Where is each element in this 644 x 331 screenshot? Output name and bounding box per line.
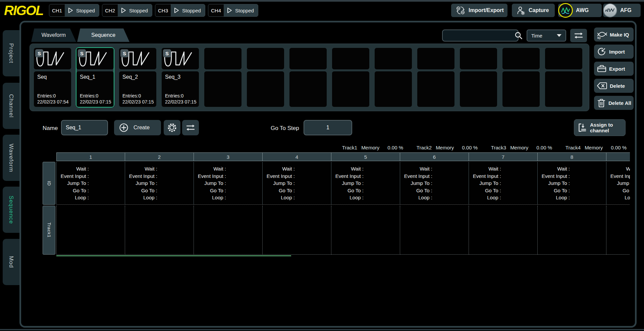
step-column-header — [606, 152, 630, 161]
sequence-settings-button[interactable] — [164, 120, 180, 135]
sequence-card[interactable]: S Seq Entries:0 22/02/23 07:54 — [33, 47, 72, 108]
awg-mode-button[interactable]: AWG — [558, 4, 602, 17]
step-column-header: 6 — [400, 152, 469, 161]
step-id-cell[interactable]: Wait :Event Input :Jump To :Go To :Loop … — [606, 162, 630, 205]
afg-mode-button[interactable]: AFG — [603, 4, 641, 17]
step-id-cell[interactable]: Wait :Event Input :Jump To :Go To :Loop … — [469, 162, 538, 205]
track-cell[interactable] — [56, 206, 125, 255]
track-cell[interactable] — [331, 206, 400, 255]
sequence-entries: Entries:0 — [122, 93, 153, 98]
tab-waveform[interactable]: Waveform — [31, 28, 76, 42]
tab-sequence[interactable]: Sequence — [77, 28, 129, 42]
channel-status: Stopped — [76, 8, 95, 13]
search-icon[interactable] — [514, 31, 523, 40]
library-actions: IQ Make IQ Import — [594, 27, 634, 110]
swap-arrows-icon — [574, 32, 583, 39]
track-memory-value: 0.00 % — [611, 145, 627, 150]
sidebar-item-sequence[interactable]: Sequence — [3, 187, 19, 233]
empty-slot — [374, 47, 413, 108]
sidebar-item-label: Channel — [8, 94, 14, 118]
track-cell[interactable] — [400, 206, 469, 255]
sequence-thumbnail: S — [34, 48, 71, 69]
afg-label: AFG — [620, 7, 632, 13]
channel-button-ch1[interactable]: CH1 Stopped — [49, 4, 99, 17]
goto-step-label: Go To Step — [271, 125, 299, 132]
capture-button[interactable]: Capture — [512, 4, 555, 17]
step-column-header: 3 — [194, 152, 263, 161]
track-memory-readout: Track4 Memory 0.00 % — [563, 144, 627, 151]
export-button[interactable]: Export — [594, 62, 634, 76]
import-export-button[interactable]: Import/Export — [451, 4, 507, 17]
channel-label: CH3 — [155, 4, 171, 16]
sequence-card[interactable]: S Seq_2 Entries:0 22/02/23 07:15 — [118, 47, 157, 108]
create-button[interactable]: Create — [114, 120, 161, 135]
goto-step-input[interactable] — [304, 120, 352, 135]
swap-arrows-icon — [186, 124, 195, 131]
import-icon — [597, 47, 607, 57]
capture-icon — [517, 6, 525, 15]
track-cell[interactable] — [538, 206, 606, 255]
track-memory-label: Memory — [436, 145, 454, 150]
sidebar-item-label: Mod — [8, 256, 14, 268]
track-cell[interactable] — [125, 206, 194, 255]
import-button[interactable]: Import — [594, 45, 634, 59]
step-id-cell[interactable]: Wait :Event Input :Jump To :Go To :Loop … — [194, 162, 263, 205]
step-id-cell[interactable]: Wait :Event Input :Jump To :Go To :Loop … — [538, 162, 606, 205]
reorder-button[interactable] — [182, 120, 199, 135]
name-label: Name — [43, 125, 58, 132]
sequence-name-input[interactable] — [61, 120, 108, 135]
step-id-cell[interactable]: Wait :Event Input :Jump To :Go To :Loop … — [56, 162, 125, 205]
delete-button[interactable]: Delete — [594, 79, 634, 93]
sequence-gallery: S Seq Entries:0 22/02/23 07:54 S Seq_1 E… — [30, 44, 589, 111]
channel-button-ch2[interactable]: CH2 Stopped — [102, 4, 152, 17]
channel-button-ch3[interactable]: CH3 Stopped — [155, 4, 205, 17]
track-cell[interactable] — [606, 206, 630, 255]
track-cell[interactable] — [263, 206, 331, 255]
sidebar-item-project[interactable]: Project — [3, 30, 19, 76]
sequence-name: Seq_1 — [80, 74, 110, 80]
track1-row-label: Track1 — [43, 206, 55, 255]
sidebar-item-label: Project — [8, 43, 14, 63]
empty-slot — [246, 47, 285, 108]
delete-all-label: Delete All — [608, 100, 631, 106]
top-bar: RIGOL CH1 Stopped CH2 Stopped CH3 Stoppe… — [0, 0, 644, 19]
delete-all-button[interactable]: Delete All — [594, 96, 634, 110]
step-id-cell[interactable]: Wait :Event Input :Jump To :Go To :Loop … — [400, 162, 469, 205]
step-id-cell[interactable]: Wait :Event Input :Jump To :Go To :Loop … — [125, 162, 194, 205]
sequence-card[interactable]: S Seq_1 Entries:0 22/02/23 07:15 — [76, 47, 114, 108]
step-id-cell[interactable]: Wait :Event Input :Jump To :Go To :Loop … — [263, 162, 331, 205]
sequence-table: Track1 Memory 0.00 % Track2 Memory 0.00 … — [43, 144, 630, 259]
sequence-date: 22/02/23 07:54 — [37, 99, 68, 105]
import-export-label: Import/Export — [469, 7, 504, 13]
chevron-down-icon — [557, 34, 561, 37]
sort-order-button[interactable] — [570, 29, 587, 42]
rigol-logo: RIGOL — [0, 4, 49, 17]
sidebar-item-channel[interactable]: Channel — [3, 83, 19, 129]
import-export-icon — [456, 6, 465, 15]
make-iq-button[interactable]: IQ Make IQ — [594, 27, 634, 42]
sequence-name: Seq_3 — [165, 74, 196, 80]
assign-icon — [578, 123, 587, 132]
step-id-cell[interactable]: Wait :Event Input :Jump To :Go To :Loop … — [331, 162, 400, 205]
sort-by-dropdown[interactable]: Time — [527, 29, 566, 42]
track-memory-value: 0.00 % — [387, 145, 403, 150]
track-memory-readout: Track1 Memory 0.00 % — [339, 144, 403, 151]
step-column-header: 2 — [125, 152, 194, 161]
sequence-card-info: Seq_3 Entries:0 22/02/23 07:15 — [162, 71, 199, 107]
play-icon — [68, 7, 73, 13]
svg-text:IQ: IQ — [597, 36, 601, 39]
sidebar-item-mod[interactable]: Mod — [3, 239, 19, 285]
track-memory-track: Track1 — [342, 145, 357, 150]
sidebar-item-waveform[interactable]: Waveform — [3, 135, 19, 181]
bottom-edge-divider — [0, 329, 644, 330]
track-cell[interactable] — [194, 206, 263, 255]
search-input[interactable] — [446, 32, 514, 39]
topbar-actions: Import/Export Capture — [451, 4, 641, 17]
sequence-entries: Entries:0 — [80, 93, 110, 98]
sequence-card[interactable]: S Seq_3 Entries:0 22/02/23 07:15 — [161, 47, 200, 108]
sequence-date: 22/02/23 07:15 — [165, 99, 196, 105]
channel-button-ch4[interactable]: CH4 Stopped — [208, 4, 258, 17]
assign-to-channel-button[interactable]: Assign to channel — [574, 119, 626, 136]
track-cell[interactable] — [469, 206, 538, 255]
sequence-card-info: Seq_1 Entries:0 22/02/23 07:15 — [76, 71, 114, 107]
